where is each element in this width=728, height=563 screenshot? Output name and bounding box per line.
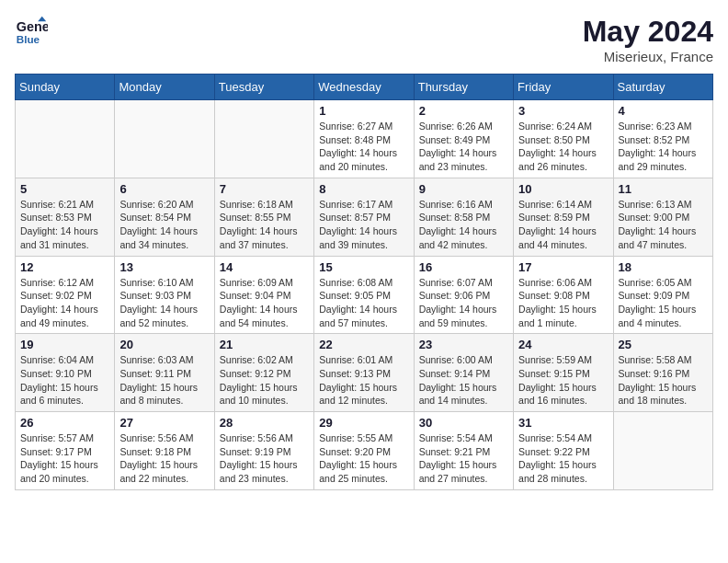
day-number: 1 — [319, 104, 408, 118]
day-number: 12 — [20, 260, 109, 274]
day-info: Sunrise: 6:23 AM Sunset: 8:52 PM Dayligh… — [619, 120, 708, 174]
day-info: Sunrise: 6:01 AM Sunset: 9:13 PM Dayligh… — [319, 353, 408, 408]
weekday-header: Thursday — [414, 75, 513, 100]
page-header: General Blue May 2024 Miserieux, France — [15, 15, 713, 64]
day-info: Sunrise: 6:18 AM Sunset: 8:55 PM Dayligh… — [220, 198, 309, 252]
day-info: Sunrise: 6:24 AM Sunset: 8:50 PM Dayligh… — [518, 120, 608, 174]
day-info: Sunrise: 6:26 AM Sunset: 8:49 PM Dayligh… — [419, 120, 508, 174]
day-info: Sunrise: 6:13 AM Sunset: 9:00 PM Dayligh… — [619, 198, 708, 252]
day-number: 15 — [319, 260, 408, 274]
calendar-day-cell: 26Sunrise: 5:57 AM Sunset: 9:17 PM Dayli… — [16, 412, 115, 490]
day-info: Sunrise: 6:08 AM Sunset: 9:05 PM Dayligh… — [319, 276, 408, 330]
location-subtitle: Miserieux, France — [583, 49, 713, 64]
calendar-day-cell: 12Sunrise: 6:12 AM Sunset: 9:02 PM Dayli… — [16, 256, 115, 334]
day-number: 31 — [518, 416, 608, 430]
calendar-day-cell — [115, 100, 214, 178]
calendar-day-cell: 29Sunrise: 5:55 AM Sunset: 9:20 PM Dayli… — [314, 412, 414, 490]
calendar-day-cell: 22Sunrise: 6:01 AM Sunset: 9:13 PM Dayli… — [314, 334, 414, 412]
day-info: Sunrise: 6:02 AM Sunset: 9:12 PM Dayligh… — [220, 353, 309, 408]
day-info: Sunrise: 6:00 AM Sunset: 9:14 PM Dayligh… — [419, 353, 508, 408]
calendar-week-row: 1Sunrise: 6:27 AM Sunset: 8:48 PM Daylig… — [16, 100, 713, 178]
title-area: May 2024 Miserieux, France — [583, 15, 713, 64]
logo-icon: General Blue — [15, 15, 48, 48]
day-info: Sunrise: 6:05 AM Sunset: 9:09 PM Dayligh… — [619, 276, 708, 330]
month-year-title: May 2024 — [583, 15, 713, 49]
day-number: 23 — [419, 338, 508, 351]
calendar-day-cell: 27Sunrise: 5:56 AM Sunset: 9:18 PM Dayli… — [115, 412, 214, 490]
calendar-day-cell: 15Sunrise: 6:08 AM Sunset: 9:05 PM Dayli… — [314, 256, 414, 334]
calendar-day-cell: 13Sunrise: 6:10 AM Sunset: 9:03 PM Dayli… — [115, 256, 214, 334]
calendar-day-cell — [214, 100, 313, 178]
calendar-week-row: 26Sunrise: 5:57 AM Sunset: 9:17 PM Dayli… — [16, 412, 713, 490]
day-info: Sunrise: 5:54 AM Sunset: 9:21 PM Dayligh… — [419, 431, 508, 486]
day-info: Sunrise: 6:21 AM Sunset: 8:53 PM Dayligh… — [20, 198, 109, 252]
calendar-header-row: SundayMondayTuesdayWednesdayThursdayFrid… — [16, 75, 713, 100]
calendar-day-cell: 24Sunrise: 5:59 AM Sunset: 9:15 PM Dayli… — [514, 334, 613, 412]
calendar-day-cell — [16, 100, 115, 178]
day-info: Sunrise: 6:17 AM Sunset: 8:57 PM Dayligh… — [319, 198, 408, 252]
calendar-day-cell: 7Sunrise: 6:18 AM Sunset: 8:55 PM Daylig… — [214, 178, 313, 256]
day-number: 20 — [119, 338, 209, 351]
svg-text:Blue: Blue — [17, 33, 40, 45]
weekday-header: Sunday — [16, 75, 115, 100]
day-number: 9 — [419, 182, 508, 196]
calendar-day-cell: 19Sunrise: 6:04 AM Sunset: 9:10 PM Dayli… — [16, 334, 115, 412]
day-info: Sunrise: 6:27 AM Sunset: 8:48 PM Dayligh… — [319, 120, 408, 174]
day-number: 8 — [319, 182, 408, 196]
calendar-day-cell: 23Sunrise: 6:00 AM Sunset: 9:14 PM Dayli… — [414, 334, 513, 412]
day-number: 10 — [518, 182, 608, 196]
day-number: 5 — [20, 182, 109, 196]
calendar-day-cell: 10Sunrise: 6:14 AM Sunset: 8:59 PM Dayli… — [514, 178, 613, 256]
day-info: Sunrise: 6:03 AM Sunset: 9:11 PM Dayligh… — [119, 353, 209, 408]
calendar-day-cell: 6Sunrise: 6:20 AM Sunset: 8:54 PM Daylig… — [115, 178, 214, 256]
day-info: Sunrise: 6:09 AM Sunset: 9:04 PM Dayligh… — [220, 276, 309, 330]
day-info: Sunrise: 5:54 AM Sunset: 9:22 PM Dayligh… — [518, 431, 608, 486]
weekday-header: Wednesday — [314, 75, 414, 100]
day-number: 4 — [619, 104, 708, 118]
calendar-day-cell: 5Sunrise: 6:21 AM Sunset: 8:53 PM Daylig… — [16, 178, 115, 256]
logo: General Blue — [15, 15, 48, 48]
day-number: 26 — [20, 416, 109, 430]
calendar-day-cell: 14Sunrise: 6:09 AM Sunset: 9:04 PM Dayli… — [214, 256, 313, 334]
calendar-day-cell: 3Sunrise: 6:24 AM Sunset: 8:50 PM Daylig… — [514, 100, 613, 178]
calendar-day-cell: 4Sunrise: 6:23 AM Sunset: 8:52 PM Daylig… — [613, 100, 712, 178]
day-info: Sunrise: 5:56 AM Sunset: 9:18 PM Dayligh… — [119, 431, 209, 486]
calendar-day-cell: 21Sunrise: 6:02 AM Sunset: 9:12 PM Dayli… — [214, 334, 313, 412]
day-info: Sunrise: 5:55 AM Sunset: 9:20 PM Dayligh… — [319, 431, 408, 486]
day-number: 13 — [119, 260, 209, 274]
weekday-header: Saturday — [613, 75, 712, 100]
day-number: 3 — [518, 104, 608, 118]
day-number: 28 — [220, 416, 309, 430]
day-number: 2 — [419, 104, 508, 118]
day-number: 30 — [419, 416, 508, 430]
day-info: Sunrise: 5:59 AM Sunset: 9:15 PM Dayligh… — [518, 353, 608, 408]
calendar-day-cell: 30Sunrise: 5:54 AM Sunset: 9:21 PM Dayli… — [414, 412, 513, 490]
day-number: 17 — [518, 260, 608, 274]
calendar-day-cell: 1Sunrise: 6:27 AM Sunset: 8:48 PM Daylig… — [314, 100, 414, 178]
day-number: 19 — [20, 338, 109, 351]
calendar-day-cell: 28Sunrise: 5:56 AM Sunset: 9:19 PM Dayli… — [214, 412, 313, 490]
day-number: 7 — [220, 182, 309, 196]
day-info: Sunrise: 5:58 AM Sunset: 9:16 PM Dayligh… — [619, 353, 708, 408]
day-number: 14 — [220, 260, 309, 274]
day-info: Sunrise: 6:04 AM Sunset: 9:10 PM Dayligh… — [20, 353, 109, 408]
day-number: 11 — [619, 182, 708, 196]
calendar-table: SundayMondayTuesdayWednesdayThursdayFrid… — [15, 74, 713, 490]
calendar-day-cell: 17Sunrise: 6:06 AM Sunset: 9:08 PM Dayli… — [514, 256, 613, 334]
calendar-day-cell: 20Sunrise: 6:03 AM Sunset: 9:11 PM Dayli… — [115, 334, 214, 412]
calendar-week-row: 5Sunrise: 6:21 AM Sunset: 8:53 PM Daylig… — [16, 178, 713, 256]
calendar-day-cell: 31Sunrise: 5:54 AM Sunset: 9:22 PM Dayli… — [514, 412, 613, 490]
day-number: 18 — [619, 260, 708, 274]
day-number: 24 — [518, 338, 608, 351]
day-number: 25 — [619, 338, 708, 351]
day-info: Sunrise: 6:20 AM Sunset: 8:54 PM Dayligh… — [119, 198, 209, 252]
day-number: 29 — [319, 416, 408, 430]
day-info: Sunrise: 6:07 AM Sunset: 9:06 PM Dayligh… — [419, 276, 508, 330]
weekday-header: Friday — [514, 75, 613, 100]
calendar-day-cell: 11Sunrise: 6:13 AM Sunset: 9:00 PM Dayli… — [613, 178, 712, 256]
day-number: 22 — [319, 338, 408, 351]
calendar-day-cell: 9Sunrise: 6:16 AM Sunset: 8:58 PM Daylig… — [414, 178, 513, 256]
svg-text:General: General — [17, 19, 48, 34]
calendar-week-row: 19Sunrise: 6:04 AM Sunset: 9:10 PM Dayli… — [16, 334, 713, 412]
day-number: 6 — [119, 182, 209, 196]
